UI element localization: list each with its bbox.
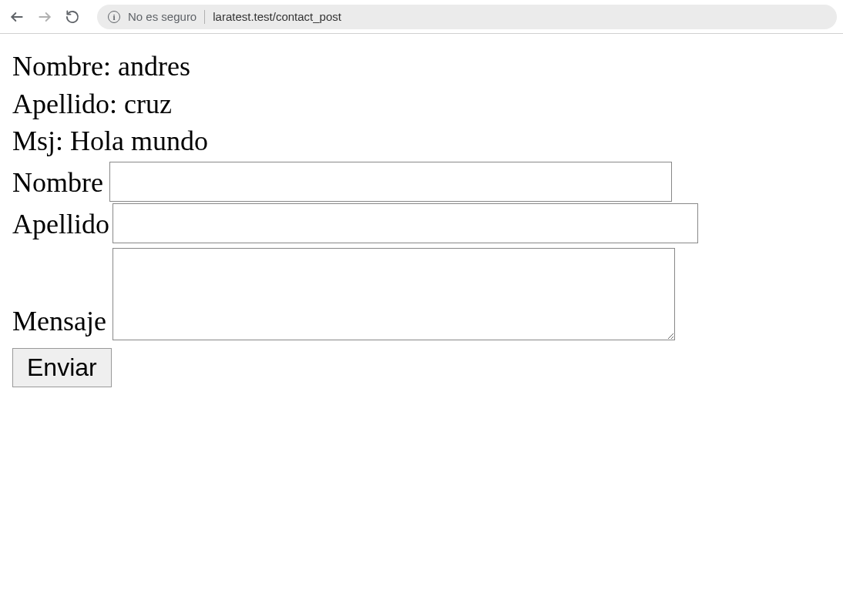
output-msj-label: Msj: — [12, 126, 63, 156]
form-row-apellido: Apellido — [12, 203, 831, 243]
browser-toolbar: i No es seguro laratest.test/contact_pos… — [0, 0, 843, 34]
url-text: laratest.test/contact_post — [213, 10, 341, 23]
output-apellido: Apellido: cruz — [12, 85, 831, 123]
output-msj: Msj: Hola mundo — [12, 122, 831, 160]
output-nombre: Nombre: andres — [12, 48, 831, 85]
info-icon: i — [108, 11, 120, 23]
mensaje-textarea[interactable] — [113, 248, 675, 340]
address-divider — [204, 10, 205, 24]
nombre-input[interactable] — [109, 162, 672, 202]
apellido-input[interactable] — [113, 203, 698, 243]
forward-button[interactable] — [34, 6, 55, 28]
form-row-mensaje: Mensaje — [12, 248, 831, 340]
back-button[interactable] — [6, 6, 28, 28]
output-msj-value: Hola mundo — [70, 126, 208, 156]
apellido-label: Apellido — [12, 206, 109, 243]
output-nombre-value: andres — [118, 51, 190, 82]
output-nombre-label: Nombre: — [12, 51, 111, 82]
mensaje-label: Mensaje — [12, 303, 106, 340]
security-status: No es seguro — [128, 10, 196, 23]
form-row-nombre: Nombre — [12, 162, 831, 202]
output-apellido-label: Apellido: — [12, 89, 117, 119]
output-apellido-value: cruz — [124, 89, 172, 119]
page-body: Nombre: andres Apellido: cruz Msj: Hola … — [0, 34, 843, 401]
address-bar[interactable]: i No es seguro laratest.test/contact_pos… — [97, 5, 837, 29]
nombre-label: Nombre — [12, 164, 103, 202]
submit-button[interactable]: Enviar — [12, 348, 112, 387]
reload-button[interactable] — [62, 6, 83, 28]
submit-row: Enviar — [12, 348, 831, 387]
